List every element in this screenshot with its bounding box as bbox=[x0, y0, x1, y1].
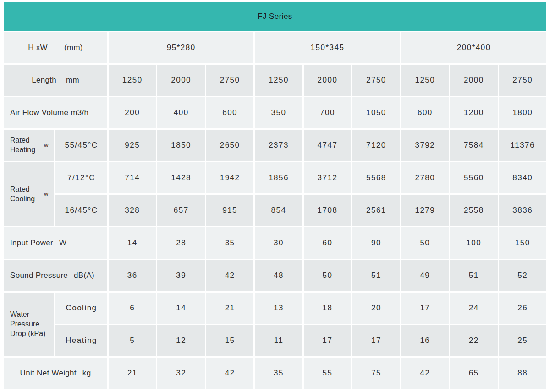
value-cell: 2000 bbox=[304, 65, 351, 96]
value-cell: 2750 bbox=[206, 65, 253, 96]
value-cell: 26 bbox=[499, 293, 546, 324]
size-group-cell: 95*280 bbox=[109, 32, 253, 63]
row-label-cell: Sound Pressure dB(A) bbox=[4, 260, 107, 291]
row-wpd-cooling: Water Pressure Drop (kPa) Cooling 6 14 2… bbox=[4, 293, 546, 324]
value-cell: 854 bbox=[255, 195, 302, 226]
value-cell: 600 bbox=[206, 97, 253, 128]
value-cell: 30 bbox=[255, 227, 302, 259]
value-cell: 7120 bbox=[352, 130, 400, 161]
value-cell: 75 bbox=[352, 358, 400, 389]
value-cell: 28 bbox=[157, 227, 204, 259]
value-cell: 5568 bbox=[352, 162, 400, 193]
row-label-cell: Input Power W bbox=[4, 227, 107, 259]
value-cell: 20 bbox=[352, 293, 400, 324]
value-cell: 21 bbox=[109, 358, 156, 389]
value-cell: 1250 bbox=[402, 65, 449, 96]
value-cell: 14 bbox=[157, 293, 204, 324]
size-unit: (mm) bbox=[64, 43, 83, 52]
row-label: Air Flow Volume m3/h bbox=[10, 108, 88, 117]
value-cell: 88 bbox=[499, 358, 546, 389]
value-cell: 714 bbox=[109, 162, 156, 193]
value-cell: 35 bbox=[206, 227, 253, 259]
spec-table: H xW (mm) 95*280 150*345 200*400 Length … bbox=[2, 31, 548, 390]
value-cell: 1850 bbox=[157, 130, 204, 161]
value-cell: 1279 bbox=[402, 195, 449, 226]
row-label: Water Pressure Drop (kPa) bbox=[10, 310, 47, 338]
row-unit: mm bbox=[66, 76, 79, 85]
row-air-flow: Air Flow Volume m3/h 200 400 600 350 700… bbox=[4, 97, 546, 128]
value-cell: 14 bbox=[109, 227, 156, 259]
value-cell: 6 bbox=[109, 293, 156, 324]
value-cell: 1250 bbox=[109, 65, 156, 96]
value-cell: 1856 bbox=[255, 162, 302, 193]
value-cell: 1800 bbox=[499, 97, 546, 128]
row-label: Unit Net Weight bbox=[20, 369, 77, 378]
row-label-cell: Air Flow Volume m3/h bbox=[4, 97, 107, 128]
table-title-bar: FJ Series bbox=[4, 2, 546, 31]
mode-cell: Cooling bbox=[55, 293, 107, 324]
value-cell: 21 bbox=[206, 293, 253, 324]
value-cell: 2750 bbox=[499, 65, 546, 96]
value-cell: 915 bbox=[206, 195, 253, 226]
row-label: Rated Cooling bbox=[10, 185, 39, 204]
value-cell: 5 bbox=[109, 325, 156, 356]
rated-heating-label-cell: Rated Heating w bbox=[4, 130, 54, 161]
value-cell: 12 bbox=[157, 325, 204, 356]
value-cell: 150 bbox=[499, 227, 546, 259]
value-cell: 36 bbox=[109, 260, 156, 291]
value-cell: 35 bbox=[255, 358, 302, 389]
row-label-cell: Length mm bbox=[4, 65, 107, 96]
value-cell: 8340 bbox=[499, 162, 546, 193]
row-rated-cooling-1645: 16/45°C 328 657 915 854 1708 2561 1279 2… bbox=[4, 195, 546, 226]
value-cell: 60 bbox=[304, 227, 351, 259]
value-cell: 4747 bbox=[304, 130, 351, 161]
rated-cooling-label-cell: Rated Cooling w bbox=[4, 162, 54, 226]
row-unit: w bbox=[44, 190, 48, 198]
value-cell: 22 bbox=[450, 325, 497, 356]
value-cell: 350 bbox=[255, 97, 302, 128]
value-cell: 50 bbox=[402, 227, 449, 259]
value-cell: 65 bbox=[450, 358, 497, 389]
row-label: Sound Pressure bbox=[10, 271, 68, 280]
value-cell: 925 bbox=[109, 130, 156, 161]
row-unit: kg bbox=[82, 369, 91, 378]
value-cell: 11376 bbox=[499, 130, 546, 161]
value-cell: 51 bbox=[450, 260, 497, 291]
value-cell: 25 bbox=[499, 325, 546, 356]
value-cell: 39 bbox=[157, 260, 204, 291]
value-cell: 52 bbox=[499, 260, 546, 291]
condition-cell: 7/12°C bbox=[55, 162, 107, 193]
value-cell: 50 bbox=[304, 260, 351, 291]
value-cell: 2373 bbox=[255, 130, 302, 161]
row-label: Input Power bbox=[10, 238, 53, 248]
value-cell: 32 bbox=[157, 358, 204, 389]
size-label: H xW bbox=[28, 43, 48, 52]
row-rated-heating: Rated Heating w 55/45°C 925 1850 2650 23… bbox=[4, 130, 546, 161]
value-cell: 700 bbox=[304, 97, 351, 128]
value-cell: 1428 bbox=[157, 162, 204, 193]
row-unit: W bbox=[59, 238, 66, 248]
row-unit: dB(A) bbox=[74, 271, 94, 280]
row-unit-net-weight: Unit Net Weight kg 21 32 42 35 55 75 42 … bbox=[4, 358, 546, 389]
value-cell: 1200 bbox=[450, 97, 497, 128]
value-cell: 3712 bbox=[304, 162, 351, 193]
value-cell: 42 bbox=[206, 358, 253, 389]
value-cell: 90 bbox=[352, 227, 400, 259]
row-label: Length bbox=[32, 76, 56, 85]
row-label: Rated Heating bbox=[10, 136, 39, 155]
table-title: FJ Series bbox=[258, 12, 292, 21]
value-cell: 2650 bbox=[206, 130, 253, 161]
value-cell: 328 bbox=[109, 195, 156, 226]
water-pressure-drop-label-cell: Water Pressure Drop (kPa) bbox=[4, 293, 54, 356]
value-cell: 1050 bbox=[352, 97, 400, 128]
value-cell: 1708 bbox=[304, 195, 351, 226]
condition-cell: 16/45°C bbox=[55, 195, 107, 226]
value-cell: 42 bbox=[206, 260, 253, 291]
row-input-power: Input Power W 14 28 35 30 60 90 50 100 1… bbox=[4, 227, 546, 259]
value-cell: 2780 bbox=[402, 162, 449, 193]
value-cell: 3792 bbox=[402, 130, 449, 161]
value-cell: 1942 bbox=[206, 162, 253, 193]
row-rated-cooling-712: Rated Cooling w 7/12°C 714 1428 1942 185… bbox=[4, 162, 546, 193]
value-cell: 11 bbox=[255, 325, 302, 356]
value-cell: 2000 bbox=[157, 65, 204, 96]
